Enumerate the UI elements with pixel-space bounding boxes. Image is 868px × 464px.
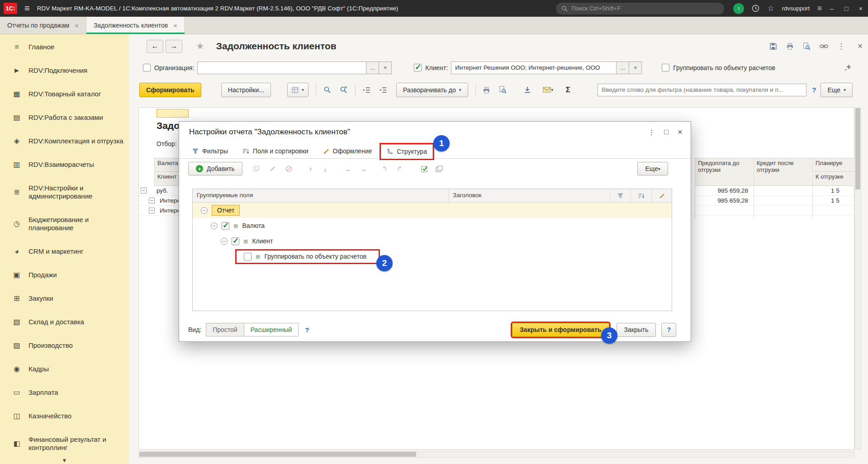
favorites-icon[interactable]: ☆ bbox=[767, 4, 774, 13]
sidebar-item-finance[interactable]: ◧ Финансовый результат и контроллинг bbox=[0, 428, 129, 459]
service-menu-icon[interactable]: ≡ bbox=[817, 4, 822, 13]
save-file-icon[interactable] bbox=[520, 83, 535, 97]
help-link[interactable]: ? bbox=[305, 326, 309, 334]
form-close-icon[interactable]: × bbox=[858, 41, 863, 51]
back-button[interactable]: ← bbox=[147, 40, 163, 53]
sidebar-item-home[interactable]: ≡ Главное bbox=[0, 35, 129, 59]
link-icon[interactable] bbox=[820, 44, 828, 49]
more-icon[interactable]: ⋮ bbox=[837, 42, 845, 51]
window-minimize-button[interactable]: – bbox=[825, 0, 839, 17]
window-close-button[interactable]: × bbox=[854, 0, 868, 17]
organization-checkbox[interactable] bbox=[143, 64, 151, 71]
collapse-icon[interactable]: − bbox=[211, 223, 218, 229]
collapse-icon[interactable]: − bbox=[201, 207, 208, 214]
column-appearance-icon[interactable] bbox=[652, 189, 672, 202]
sidebar-item-settlements[interactable]: ▥ RDV:Взаиморасчеты bbox=[0, 153, 129, 176]
1c-logo[interactable]: 1С: bbox=[4, 3, 17, 14]
dialog-help-button[interactable]: ? bbox=[661, 323, 676, 337]
help-button[interactable]: ? bbox=[812, 86, 816, 94]
sidebar-item-production[interactable]: ▨ Производство bbox=[0, 334, 129, 357]
print-icon[interactable] bbox=[479, 83, 494, 97]
nest-down-icon[interactable]: ↱ bbox=[393, 162, 406, 175]
move-down-icon[interactable]: ↓ bbox=[318, 162, 332, 175]
scrollbar-thumb[interactable] bbox=[855, 108, 860, 189]
column-sort-icon[interactable] bbox=[631, 189, 652, 202]
sidebar-item-administration[interactable]: ≣ RDV:Настройки и администрирование bbox=[0, 176, 129, 208]
client-clear-button[interactable]: × bbox=[629, 62, 642, 74]
find-icon[interactable] bbox=[320, 83, 334, 97]
column-title[interactable]: Заголовок bbox=[449, 189, 610, 202]
tab-filters[interactable]: Фильтры bbox=[186, 144, 234, 158]
column-filter-icon[interactable] bbox=[610, 189, 631, 202]
tab-structure[interactable]: Структура bbox=[381, 144, 433, 159]
sidebar-item-sales[interactable]: ▣ Продажи bbox=[0, 263, 129, 287]
dialog-more-icon[interactable]: ⋮ bbox=[648, 128, 655, 137]
main-menu-icon[interactable]: ≡ bbox=[24, 3, 30, 14]
tree-row-report[interactable]: − Отчет bbox=[193, 203, 672, 218]
generate-button[interactable]: Сформировать bbox=[139, 83, 201, 97]
edit-icon[interactable] bbox=[266, 162, 280, 175]
sidebar-item-orders[interactable]: ▤ RDV:Работа с заказами bbox=[0, 106, 129, 129]
client-checkbox[interactable]: ✓ bbox=[232, 237, 239, 245]
tree-row-client[interactable]: − ✓ ▦ Клиент bbox=[193, 233, 672, 249]
print-preview-icon[interactable] bbox=[496, 83, 510, 97]
history-icon[interactable] bbox=[752, 5, 759, 12]
sidebar-item-hr[interactable]: ◉ Кадры bbox=[0, 357, 129, 381]
tree-row-group-by-object[interactable]: ▦ Группировать по объекту расчетов bbox=[193, 249, 672, 264]
collapse-icon[interactable]: − bbox=[141, 188, 147, 194]
sidebar-scroll-down-icon[interactable]: ▼ bbox=[0, 457, 129, 464]
dialog-maximize-icon[interactable]: □ bbox=[664, 128, 669, 136]
forward-button[interactable]: → bbox=[166, 40, 182, 53]
view-advanced-button[interactable]: Расширенный bbox=[244, 323, 299, 336]
tab-client-debt[interactable]: Задолженность клиентов × bbox=[86, 17, 185, 34]
close-button[interactable]: Закрыть bbox=[617, 323, 656, 337]
report-header-prepayment[interactable]: Предоплата до отгрузки bbox=[695, 158, 754, 186]
report-header-credit[interactable]: Кредит после отгрузки bbox=[754, 158, 813, 186]
scrollbar-thumb[interactable] bbox=[139, 452, 416, 457]
move-right-icon[interactable]: → bbox=[356, 162, 370, 175]
check-all-icon[interactable] bbox=[418, 162, 432, 175]
dialog-more-button[interactable]: Еще ▾ bbox=[637, 162, 668, 175]
column-grouped-fields[interactable]: Группируемые поля bbox=[193, 189, 449, 202]
current-user[interactable]: rdvsupport bbox=[782, 5, 810, 12]
tab-appearance[interactable]: Оформление bbox=[317, 144, 378, 158]
horizontal-scrollbar[interactable] bbox=[138, 451, 854, 458]
add-button[interactable]: + Добавить bbox=[188, 162, 242, 175]
tree-row-currency[interactable]: − ✓ ▦ Валюта bbox=[193, 218, 672, 233]
move-left-icon[interactable]: ← bbox=[342, 162, 356, 175]
move-up-icon[interactable]: ↑ bbox=[304, 162, 318, 175]
window-maximize-button[interactable]: □ bbox=[839, 0, 854, 17]
view-simple-button[interactable]: Простой bbox=[206, 323, 244, 336]
global-search-input[interactable]: Поиск Ctrl+Shift+F bbox=[556, 3, 724, 14]
vertical-scrollbar[interactable] bbox=[854, 107, 861, 450]
currency-checkbox[interactable]: ✓ bbox=[222, 222, 229, 230]
save-icon[interactable] bbox=[769, 43, 777, 50]
sidebar-item-connections[interactable]: ► RDV:Подключения bbox=[0, 59, 129, 82]
report-variant-button[interactable]: ▾ bbox=[287, 83, 308, 97]
uncheck-all-icon[interactable] bbox=[432, 162, 446, 175]
tab-close-icon[interactable]: × bbox=[75, 22, 79, 29]
dialog-close-icon[interactable]: × bbox=[678, 127, 683, 137]
tab-close-icon[interactable]: × bbox=[173, 22, 177, 29]
selected-cell[interactable] bbox=[157, 109, 189, 118]
collapse-icon[interactable]: − bbox=[221, 238, 228, 245]
client-select-button[interactable]: ... bbox=[617, 62, 629, 74]
sidebar-item-crm[interactable]: ◕ CRM и маркетинг bbox=[0, 240, 129, 263]
client-input[interactable] bbox=[451, 62, 617, 74]
sum-icon[interactable]: Σ bbox=[561, 83, 575, 97]
discussions-icon[interactable]: ↑ bbox=[733, 3, 744, 14]
sidebar-item-salary[interactable]: ▭ Зарплата bbox=[0, 381, 129, 404]
sidebar-item-shipping[interactable]: ◈ RDV:Комплектация и отгрузка bbox=[0, 129, 129, 153]
filter-input[interactable] bbox=[598, 84, 806, 96]
cancel-find-icon[interactable] bbox=[336, 83, 351, 97]
report-header-planned[interactable]: Планируе bbox=[812, 158, 855, 172]
sidebar-item-treasury[interactable]: ◫ Казначейство bbox=[0, 404, 129, 428]
group-by-object-checkbox[interactable] bbox=[244, 253, 251, 260]
print-preview-icon[interactable] bbox=[803, 43, 811, 50]
sidebar-item-budgeting[interactable]: ◷ Бюджетирование и планирование bbox=[0, 208, 129, 240]
nest-up-icon[interactable]: ↰ bbox=[378, 162, 392, 175]
favorite-star-icon[interactable]: ★ bbox=[196, 41, 204, 52]
sidebar-item-warehouse[interactable]: ▧ Склад и доставка bbox=[0, 310, 129, 334]
expand-groups-icon[interactable] bbox=[375, 83, 390, 97]
collapse-icon[interactable]: − bbox=[149, 198, 155, 204]
